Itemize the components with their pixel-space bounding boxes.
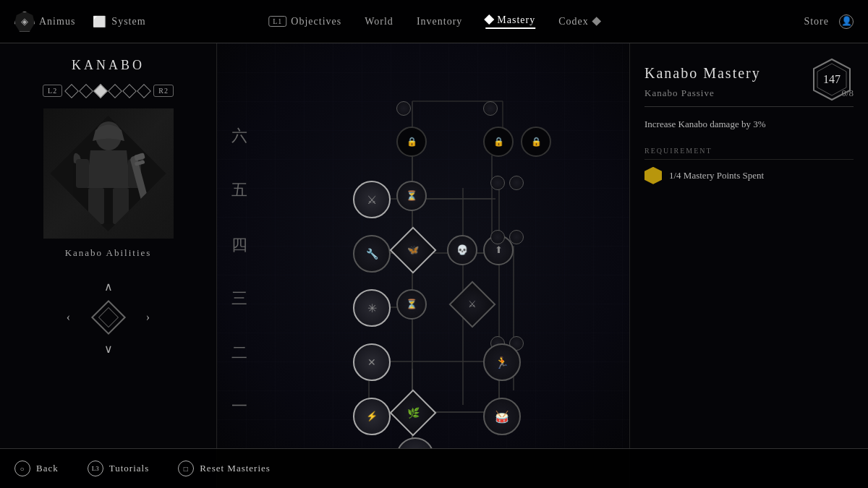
skill-node-r3-center[interactable]: ⏳ (396, 289, 427, 320)
skill-node-r4-center[interactable]: 🦋 (396, 234, 430, 267)
svg-rect-1 (76, 159, 89, 188)
skill-node-r3-right-diamond: ⚔ (448, 281, 495, 328)
objectives-label: Objectives (291, 16, 341, 27)
skill-node-r6-left-circle: 🔒 (396, 127, 427, 157)
nav-item-world[interactable]: World (365, 16, 393, 27)
skill-node-r3-left-circle: ✳ (353, 289, 391, 327)
skill-node-r1-center-inner: 🌿 (407, 407, 420, 419)
skill-node-r4-center-inner: 🦋 (407, 244, 419, 256)
back-icon: ○ (14, 461, 30, 476)
start-node-circle: 習得 (396, 437, 434, 448)
pip-dot-r4-1 (490, 230, 505, 244)
right-panel: 147 Kanabo Mastery Kanabo Passive 0/8 In… (629, 43, 868, 488)
skill-node-r2-right[interactable]: 🏃 (483, 343, 521, 381)
skill-node-r5-left-circle: ⚔ (353, 181, 391, 218)
skill-node-r4-center-diamond: 🦋 (389, 226, 436, 273)
back-label: Back (36, 463, 59, 474)
mastery-badge-svg: 147 (810, 58, 854, 101)
pip-dot-r4-2 (509, 230, 524, 244)
skill-node-r3-right[interactable]: ⚔ (456, 288, 489, 321)
pip-dot-r5-1 (490, 176, 505, 190)
nav-item-mastery[interactable]: Mastery (485, 14, 535, 29)
down-arrow[interactable]: ∨ (98, 338, 119, 359)
skill-node-r6-far-right-circle: 🔒 (521, 127, 551, 157)
codex-label: Codex (558, 16, 589, 27)
svg-rect-4 (113, 188, 129, 224)
skill-node-r5-center[interactable]: ⏳ (396, 181, 427, 211)
animus-nav-item[interactable]: ◈ Animus (14, 12, 75, 32)
skill-node-r2-left[interactable]: ✕ (353, 343, 391, 381)
skill-dots-r5 (490, 176, 524, 190)
tutorials-label: Tutorials (109, 463, 149, 474)
skill-node-top-right[interactable] (483, 101, 498, 116)
skill-node-r1-center[interactable]: 🌿 (396, 396, 430, 429)
pip-2 (79, 84, 93, 98)
skill-node-r1-center-diamond: 🌿 (389, 389, 436, 436)
skill-node-r2-right-circle: 🏃 (483, 343, 521, 381)
world-label: World (365, 16, 393, 27)
skill-node-r6-left[interactable]: 🔒 (396, 127, 427, 157)
pip-5 (122, 84, 137, 98)
panel-title: KANABO (72, 58, 145, 73)
row-label-4: 四 (231, 234, 247, 256)
skill-node-r6-right[interactable]: 🔒 (483, 127, 514, 157)
skill-node-top-left[interactable] (396, 101, 411, 116)
system-icon: ⬜ (93, 15, 107, 28)
skill-node-r3-left[interactable]: ✳ (353, 289, 391, 327)
row-label-3: 三 (231, 288, 247, 309)
character-silhouette (58, 116, 159, 231)
start-node[interactable]: 習得 (396, 437, 434, 448)
r2-button[interactable]: R2 (153, 85, 174, 97)
left-arrow[interactable]: ‹ (59, 307, 79, 328)
l1-button: L1 (268, 16, 286, 27)
left-panel: KANABO L2 R2 (0, 43, 217, 488)
svg-rect-6 (134, 153, 145, 160)
tutorials-icon: L3 (88, 461, 103, 476)
nav-center: L1 Objectives World Inventory Mastery Co… (268, 14, 600, 29)
mastery-diamond-icon (484, 14, 494, 24)
reset-icon: □ (178, 461, 194, 476)
animus-label: Animus (39, 16, 75, 27)
skill-node-r6-far-right[interactable]: 🔒 (521, 127, 551, 157)
skill-node-r5-center-circle: ⏳ (396, 181, 427, 211)
nav-item-inventory[interactable]: Inventory (417, 16, 462, 27)
back-action[interactable]: ○ Back (14, 461, 59, 476)
center-nav-diamond (90, 299, 127, 335)
nav-item-objectives[interactable]: L1 Objectives (268, 16, 341, 27)
nav-item-codex[interactable]: Codex (558, 16, 600, 27)
skill-node-r1-right[interactable]: 🥁 (483, 398, 521, 435)
requirement-label: REQUIREMENT (644, 147, 854, 160)
skill-top-left-circle (396, 101, 411, 116)
reset-action[interactable]: □ Reset Masteries (178, 461, 271, 476)
inventory-label: Inventory (417, 16, 462, 27)
l2-button[interactable]: L2 (43, 85, 62, 97)
requirement-item: 1/4 Mastery Points Spent (644, 167, 854, 184)
pip-6 (137, 84, 151, 98)
skill-node-r5-left[interactable]: ⚔ (353, 181, 391, 218)
skill-node-r4-skull[interactable]: 💀 (447, 235, 477, 265)
skill-node-r6-right-circle: 🔒 (483, 127, 514, 157)
mastery-points-text: 147 (823, 73, 841, 85)
bottom-bar: ○ Back L3 Tutorials □ Reset Masteries (0, 448, 868, 488)
store-label[interactable]: Store (804, 16, 829, 27)
nav-arrows-row: ‹ › (59, 299, 158, 335)
reset-label: Reset Masteries (200, 463, 271, 474)
skill-node-r4-left[interactable]: 🔧 (353, 235, 391, 273)
right-arrow[interactable]: › (138, 307, 158, 328)
skill-node-r2-left-circle: ✕ (353, 343, 391, 381)
animus-icon: ◈ (14, 12, 35, 32)
store-icon[interactable]: 👤 (839, 14, 854, 29)
skill-node-r3-right-inner: ⚔ (468, 299, 477, 310)
pip-4 (108, 84, 122, 98)
tutorials-action[interactable]: L3 Tutorials (88, 461, 149, 476)
mastery-badge: 147 (810, 58, 854, 101)
skill-node-r1-left[interactable]: ⚡ (353, 398, 391, 435)
row-label-6: 六 (231, 125, 247, 147)
codex-diamond-icon (592, 17, 601, 26)
up-arrow[interactable]: ∧ (98, 276, 119, 296)
system-nav-item[interactable]: ⬜ System (93, 15, 145, 28)
skill-node-r4-left-circle: 🔧 (353, 235, 391, 273)
requirement-text: 1/4 Mastery Points Spent (669, 170, 764, 181)
character-diamond-frame (51, 116, 166, 231)
svg-rect-3 (88, 188, 104, 224)
